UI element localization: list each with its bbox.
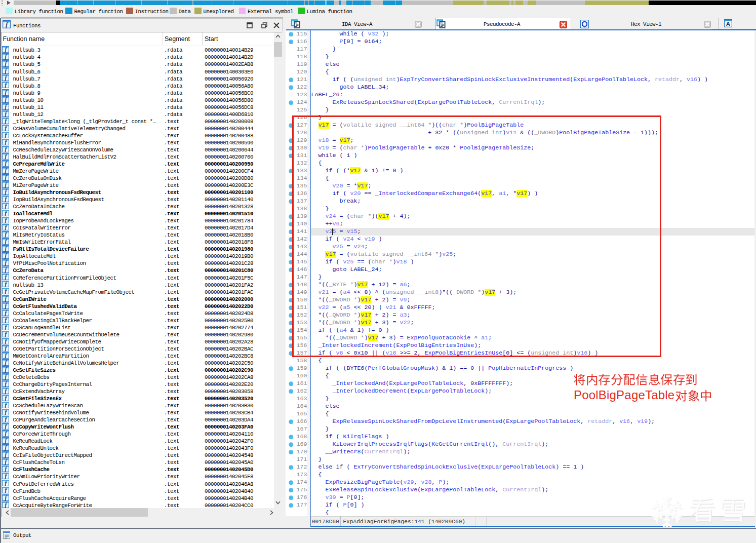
svg-text:A: A <box>726 21 730 27</box>
